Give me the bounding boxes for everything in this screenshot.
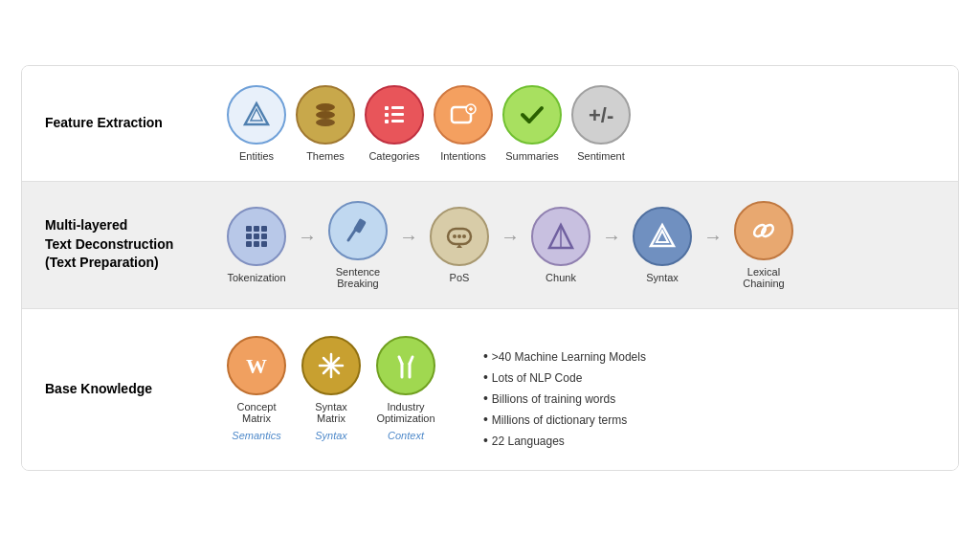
svg-rect-21: [261, 234, 267, 239]
svg-point-28: [453, 234, 457, 238]
summaries-icon: [502, 85, 562, 145]
bullet-5: 22 Languages: [483, 430, 646, 451]
svg-rect-5: [385, 106, 389, 110]
concept-label: ConceptMatrix: [237, 401, 277, 424]
base-knowledge-section: Base Knowledge W ConceptMatrix Semantics: [22, 309, 958, 470]
arrow-4: →: [602, 226, 621, 263]
svg-line-44: [399, 357, 402, 364]
intentions-icon: [434, 85, 493, 145]
arrow-2: →: [399, 226, 418, 263]
arrow-1: →: [298, 226, 317, 263]
industry-item: IndustryOptimization Context: [376, 336, 435, 441]
svg-rect-6: [391, 106, 404, 109]
sentiment-icon: +/-: [571, 85, 631, 145]
tokenization-label: Tokenization: [227, 272, 285, 283]
syntax-matrix-sublabel: Syntax: [315, 430, 347, 441]
text-deconstruction-section: Multi-layeredText Deconstruction(Text Pr…: [22, 182, 958, 309]
feature-extraction-section: Feature Extraction Entities: [22, 66, 958, 182]
text-deconstruction-title: Multi-layeredText Deconstruction(Text Pr…: [45, 216, 208, 273]
bullet-1: >40 Machine Learning Models: [483, 346, 646, 367]
svg-point-3: [316, 111, 335, 119]
chunk-label: Chunk: [546, 272, 576, 283]
svg-rect-16: [246, 226, 252, 232]
sentiment-label: Sentiment: [577, 150, 625, 162]
base-knowledge-title: Base Knowledge: [45, 380, 208, 399]
svg-point-4: [316, 119, 335, 126]
themes-icon: [296, 85, 355, 145]
svg-text:+/-: +/-: [589, 103, 613, 127]
syntax-icon: [633, 207, 692, 266]
feature-extraction-icons: Entities Themes: [227, 85, 935, 162]
svg-line-26: [348, 229, 356, 240]
categories-label: Categories: [368, 150, 419, 162]
syntax-item: Syntax: [633, 207, 692, 283]
intentions-item: Intentions: [434, 85, 493, 162]
chunk-icon: [531, 207, 590, 266]
arrow-5: →: [703, 226, 723, 263]
svg-rect-17: [254, 226, 259, 232]
tokenization-icon: [227, 207, 286, 266]
syntax-matrix-label: SyntaxMatrix: [315, 401, 347, 424]
categories-item: Categories: [365, 85, 424, 162]
svg-rect-10: [391, 120, 404, 123]
categories-icon: [365, 85, 424, 145]
entities-label: Entities: [239, 150, 274, 162]
intentions-label: Intentions: [440, 150, 486, 162]
svg-rect-19: [246, 234, 252, 239]
chunk-item: Chunk: [531, 207, 590, 283]
concept-sublabel: Semantics: [232, 430, 280, 441]
industry-label: IndustryOptimization: [376, 401, 434, 424]
svg-rect-24: [261, 241, 267, 247]
sentence-label: SentenceBreaking: [336, 266, 380, 289]
industry-sublabel: Context: [388, 430, 424, 441]
text-deconstruction-icons: Tokenization → SentenceBreaking →: [227, 201, 935, 289]
entities-item: Entities: [227, 85, 286, 162]
bullet-3: Billions of training words: [483, 388, 646, 409]
tokenization-item: Tokenization: [227, 207, 286, 283]
bullet-2: Lots of NLP Code: [483, 367, 646, 388]
svg-point-30: [462, 234, 466, 238]
feature-extraction-title: Feature Extraction: [45, 114, 208, 133]
svg-line-45: [410, 357, 412, 364]
summaries-label: Summaries: [505, 150, 559, 162]
svg-rect-23: [254, 241, 259, 247]
base-knowledge-content: W ConceptMatrix Semantics: [227, 328, 935, 451]
svg-text:W: W: [246, 354, 267, 378]
themes-label: Themes: [306, 150, 345, 162]
pos-label: PoS: [450, 272, 470, 283]
entities-icon: [227, 85, 286, 145]
svg-rect-8: [391, 113, 404, 116]
industry-icon: [376, 336, 435, 395]
sentence-icon: [328, 201, 388, 260]
svg-point-29: [457, 234, 461, 238]
themes-item: Themes: [296, 85, 355, 162]
lexical-item: LexicalChaining: [734, 201, 793, 289]
svg-rect-20: [254, 234, 259, 239]
syntax-label: Syntax: [646, 272, 679, 283]
svg-rect-18: [261, 226, 267, 232]
svg-rect-22: [246, 241, 252, 247]
svg-rect-7: [385, 113, 389, 117]
lexical-icon: [734, 201, 793, 260]
pos-item: PoS: [430, 207, 489, 283]
text-deconstruction-label: Multi-layeredText Deconstruction(Text Pr…: [45, 217, 173, 270]
svg-point-2: [316, 103, 335, 111]
sentence-item: SentenceBreaking: [328, 201, 388, 289]
pos-icon: [430, 207, 489, 266]
concept-icon: W: [227, 336, 286, 395]
base-knowledge-label: Base Knowledge: [45, 381, 152, 396]
summaries-item: Summaries: [502, 85, 562, 162]
syntax-matrix-icon: [301, 336, 361, 395]
base-knowledge-bullets: >40 Machine Learning Models Lots of NLP …: [483, 346, 646, 451]
syntax-matrix-item: SyntaxMatrix Syntax: [301, 336, 361, 441]
feature-extraction-label: Feature Extraction: [45, 115, 163, 130]
bullet-4: Millions of dictionary terms: [483, 409, 646, 430]
svg-rect-9: [385, 120, 389, 123]
sentiment-item: +/- Sentiment: [571, 85, 631, 162]
base-knowledge-icons: W ConceptMatrix Semantics: [227, 336, 435, 441]
arrow-3: →: [501, 226, 520, 263]
concept-item: W ConceptMatrix Semantics: [227, 336, 286, 441]
main-container: Feature Extraction Entities: [21, 65, 959, 471]
lexical-label: LexicalChaining: [743, 266, 784, 289]
